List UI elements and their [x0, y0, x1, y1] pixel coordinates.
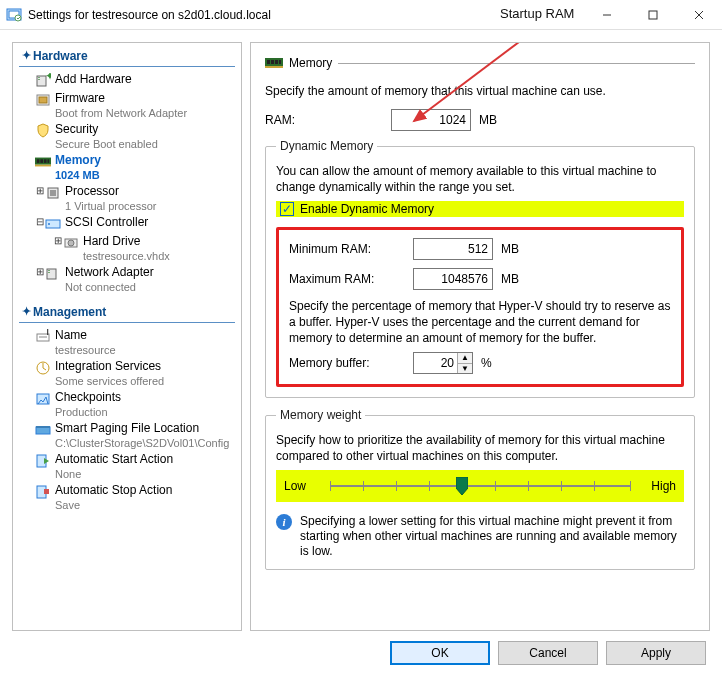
svg-rect-4 — [649, 11, 657, 19]
dynamic-memory-group: Dynamic Memory You can allow the amount … — [265, 139, 695, 398]
hard-drive-icon — [63, 235, 79, 251]
svg-rect-9 — [38, 79, 40, 80]
dialog-footer: OK Cancel Apply — [0, 631, 722, 675]
tree-add-hardware[interactable]: ✦ Add Hardware — [15, 71, 239, 90]
memory-weight-desc: Specify how to prioritize the availabili… — [276, 432, 684, 464]
slider-thumb[interactable] — [456, 477, 468, 495]
svg-rect-46 — [265, 66, 283, 68]
svg-rect-38 — [44, 489, 49, 494]
svg-rect-43 — [271, 60, 274, 64]
integration-icon — [35, 360, 51, 376]
memory-icon — [265, 57, 283, 69]
spin-down-icon[interactable]: ▼ — [458, 363, 472, 374]
buffer-label: Memory buffer: — [289, 356, 413, 370]
tree-scsi-controller[interactable]: ⊟ SCSI Controller — [15, 214, 239, 233]
slider-high-label: High — [636, 479, 676, 493]
section-management-header: ✦ Management — [19, 301, 235, 323]
svg-rect-16 — [44, 159, 47, 163]
memory-icon — [35, 154, 51, 170]
tree-autostop[interactable]: Automatic Stop ActionSave — [15, 482, 239, 513]
checkbox-icon: ✓ — [280, 202, 294, 216]
svg-rect-42 — [267, 60, 270, 64]
memory-settings-panel: Memory Specify the amount of memory that… — [250, 42, 710, 631]
enable-dynamic-memory-checkbox[interactable]: ✓ Enable Dynamic Memory — [276, 201, 684, 217]
memory-weight-group: Memory weight Specify how to prioritize … — [265, 408, 695, 570]
min-ram-unit: MB — [501, 242, 519, 256]
memory-weight-info: Specifying a lower setting for this virt… — [300, 514, 684, 559]
network-icon — [45, 266, 61, 282]
min-ram-input[interactable] — [413, 238, 493, 260]
svg-rect-17 — [47, 159, 49, 163]
dynamic-memory-highlight-box: Minimum RAM: MB Maximum RAM: MB Specify … — [276, 227, 684, 387]
app-icon — [6, 7, 22, 23]
svg-point-22 — [48, 223, 50, 225]
svg-rect-18 — [35, 165, 51, 167]
ram-input[interactable] — [391, 109, 471, 131]
panel-title-row: Memory — [265, 53, 695, 73]
tree-network-adapter[interactable]: ⊞ Network AdapterNot connected — [15, 264, 239, 295]
tree-memory[interactable]: Memory1024 MB — [15, 152, 239, 183]
svg-rect-14 — [37, 159, 40, 163]
svg-point-2 — [15, 15, 21, 21]
buffer-spinner[interactable]: ▲▼ — [457, 353, 472, 373]
name-icon: I — [35, 329, 51, 345]
panel-title: Memory — [289, 56, 332, 70]
svg-text:✦: ✦ — [45, 73, 51, 83]
settings-tree[interactable]: ✦ Hardware ✦ Add Hardware FirmwareBoot f… — [12, 42, 242, 631]
tree-hard-drive[interactable]: ⊞ Hard Drivetestresource.vhdx — [15, 233, 239, 264]
ok-button[interactable]: OK — [390, 641, 490, 665]
checkpoints-icon — [35, 391, 51, 407]
section-management-label: Management — [33, 305, 106, 319]
spf-icon — [35, 422, 51, 438]
collapse-icon[interactable]: ✦ — [19, 305, 33, 318]
autostart-icon — [35, 453, 51, 469]
tree-checkpoints[interactable]: CheckpointsProduction — [15, 389, 239, 420]
minimize-button[interactable] — [584, 0, 630, 29]
processor-icon — [45, 185, 61, 201]
tree-security[interactable]: SecuritySecure Boot enabled — [15, 121, 239, 152]
svg-rect-20 — [50, 190, 56, 196]
svg-rect-12 — [39, 97, 47, 103]
apply-button[interactable]: Apply — [606, 641, 706, 665]
cancel-button[interactable]: Cancel — [498, 641, 598, 665]
spin-up-icon[interactable]: ▲ — [458, 353, 472, 363]
add-hardware-icon: ✦ — [35, 73, 51, 89]
close-button[interactable] — [676, 0, 722, 29]
memory-description: Specify the amount of memory that this v… — [265, 83, 695, 99]
window-title: Settings for testresource on s2d01.cloud… — [28, 8, 271, 22]
memory-weight-slider[interactable]: Low High — [276, 470, 684, 502]
section-hardware-header: ✦ Hardware — [19, 45, 235, 67]
slider-low-label: Low — [284, 479, 324, 493]
svg-rect-8 — [38, 77, 40, 78]
svg-point-24 — [68, 240, 74, 246]
tree-name[interactable]: I Nametestresource — [15, 327, 239, 358]
dynamic-memory-desc: You can allow the amount of memory avail… — [276, 163, 684, 195]
svg-text:I: I — [46, 329, 49, 338]
svg-marker-47 — [456, 477, 468, 495]
tree-processor[interactable]: ⊞ Processor1 Virtual processor — [15, 183, 239, 214]
window-controls — [584, 0, 722, 29]
buffer-desc: Specify the percentage of memory that Hy… — [289, 298, 671, 346]
scsi-icon — [45, 216, 61, 232]
svg-rect-26 — [48, 270, 50, 271]
ram-label: RAM: — [265, 113, 345, 127]
collapse-icon[interactable]: ✦ — [19, 49, 33, 62]
security-icon — [35, 123, 51, 139]
max-ram-input[interactable] — [413, 268, 493, 290]
info-icon: i — [276, 514, 292, 530]
tree-spf[interactable]: Smart Paging File LocationC:\ClusterStor… — [15, 420, 239, 451]
svg-rect-15 — [40, 159, 43, 163]
dynamic-memory-legend: Dynamic Memory — [276, 139, 377, 153]
svg-rect-44 — [275, 60, 278, 64]
tree-firmware[interactable]: FirmwareBoot from Network Adapter — [15, 90, 239, 121]
title-bar: Settings for testresource on s2d01.cloud… — [0, 0, 722, 30]
maximize-button[interactable] — [630, 0, 676, 29]
svg-rect-34 — [36, 426, 50, 428]
max-ram-unit: MB — [501, 272, 519, 286]
firmware-icon — [35, 92, 51, 108]
tree-integration[interactable]: Integration ServicesSome services offere… — [15, 358, 239, 389]
tree-autostart[interactable]: Automatic Start ActionNone — [15, 451, 239, 482]
section-hardware-label: Hardware — [33, 49, 88, 63]
autostop-icon — [35, 484, 51, 500]
max-ram-label: Maximum RAM: — [289, 272, 413, 286]
